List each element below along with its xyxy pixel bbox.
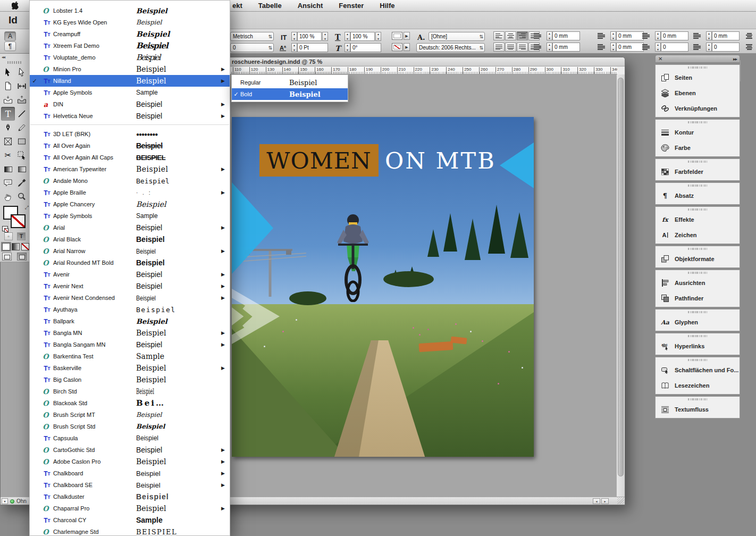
font-menu-item[interactable]: TAll Over Again All CapsBEISPIEL	[30, 152, 230, 163]
align-button-1[interactable]	[505, 31, 516, 40]
horizontal-scale-stepper2[interactable]	[375, 32, 381, 41]
font-menu-item[interactable]: OBirch StdBeispiel	[30, 386, 230, 397]
indent-last-line-stepper[interactable]	[610, 43, 616, 52]
type-tool[interactable]: T	[1, 107, 15, 121]
indent-right-field[interactable]: 0 mm	[616, 31, 644, 40]
dock-panel-align[interactable]: Ausrichten	[656, 275, 740, 290]
numbered-list-icon[interactable]	[744, 44, 752, 51]
dropcap-lines-stepper[interactable]	[655, 43, 661, 52]
dock-panel-character[interactable]: AZeichen	[656, 227, 740, 242]
vertical-scrollbar[interactable]	[616, 74, 625, 498]
character-style-combo[interactable]: [Ohne]	[429, 32, 485, 41]
font-menu-item[interactable]: TBig CaslonBeispiel	[30, 374, 230, 386]
dock-panel-pathfinder[interactable]: Pathfinder	[656, 290, 740, 306]
gradient-feather-tool[interactable]	[15, 162, 29, 176]
dock-panel-object-styles[interactable]: Objektformate	[656, 251, 740, 266]
tracking-combo[interactable]: 0	[230, 43, 274, 52]
font-menu-item[interactable]: TAll Over AgainBeispiel	[30, 140, 230, 152]
dock-panel-stroke[interactable]: Kontur	[656, 124, 740, 140]
fill-swatch-menu[interactable]: ▶	[404, 32, 410, 40]
dock-panel-layers[interactable]: Ebenen	[656, 85, 740, 100]
font-menu-item[interactable]: aDINBeispiel▶	[30, 98, 230, 110]
dock-group-drag-handle[interactable]	[656, 397, 740, 401]
font-menu-item[interactable]: TApple ChanceryBeispiel	[30, 198, 230, 210]
preview-mode-button[interactable]	[17, 253, 27, 261]
page-tool[interactable]	[1, 79, 15, 93]
font-menu-item[interactable]: OBrush Script MTBeispiel	[30, 409, 230, 421]
font-menu-item[interactable]: OChaparral ProBeispiel▶	[30, 502, 230, 514]
dock-panel-paragraph[interactable]: ¶Absatz	[656, 188, 740, 203]
menu-item-ekt[interactable]: ekt	[232, 2, 242, 10]
language-combo[interactable]: Deutsch: 2006 Rechts...	[416, 43, 485, 52]
fill-stroke-proxy[interactable]: ⤢	[3, 206, 28, 230]
scroll-right-button[interactable]: ▸	[601, 498, 609, 504]
dock-panel-buttons[interactable]: Schaltflächen und Fo...	[656, 362, 740, 378]
font-menu-item[interactable]: TCreampuffBeispiel	[30, 28, 230, 40]
indent-first-line-stepper[interactable]	[547, 43, 552, 52]
hand-tool[interactable]	[1, 190, 15, 204]
font-menu-item[interactable]: TApple Braille· . :▶	[30, 187, 230, 198]
dock-panel-bookmarks[interactable]: Lesezeichen	[656, 378, 740, 393]
dock-panel-effects[interactable]: fxEffekte	[656, 212, 740, 227]
dock-close-icon[interactable]: ✕	[658, 56, 662, 62]
indent-first-line-field[interactable]: 0 mm	[552, 43, 580, 52]
rectangle-tool[interactable]	[15, 135, 29, 148]
dock-panel-textwrap[interactable]: Textumfluss	[656, 401, 740, 417]
menu-item-hilfe[interactable]: Hilfe	[380, 2, 394, 10]
preflight-label[interactable]: Ohn	[16, 498, 27, 504]
formatting-affects-text-button[interactable]: T	[17, 232, 26, 240]
fill-swatch[interactable]	[392, 32, 402, 40]
align-button-0[interactable]	[493, 31, 505, 40]
bullet-list-icon[interactable]	[744, 32, 752, 39]
menu-item-tabelle[interactable]: Tabelle	[258, 2, 282, 10]
skew-field[interactable]: 0°	[350, 43, 381, 52]
dock-group-drag-handle[interactable]	[656, 309, 740, 314]
eyedropper-tool[interactable]	[15, 176, 29, 190]
document-page[interactable]: WOMEN ON MTB	[232, 117, 534, 457]
content-placer-tool[interactable]	[15, 93, 29, 107]
dock-group-drag-handle[interactable]	[656, 333, 740, 338]
align-button-4[interactable]	[493, 43, 505, 52]
line-tool[interactable]	[15, 107, 29, 121]
font-menu-item[interactable]: OMinion ProBeispiel▶	[30, 63, 230, 75]
skew-stepper[interactable]	[345, 43, 350, 52]
dropcap-chars-field[interactable]: 0	[712, 43, 740, 52]
stroke-swatch[interactable]	[392, 43, 402, 51]
font-menu-item[interactable]: TBallparkBeispiel	[30, 315, 230, 327]
font-menu-item[interactable]: TBangla MNBeispiel▶	[30, 327, 230, 339]
kerning-combo[interactable]: Metrisch	[230, 32, 274, 41]
indent-last-line-field[interactable]: 0 mm	[616, 43, 644, 52]
dock-panel-links[interactable]: Verknüpfungen	[656, 100, 740, 116]
font-menu-item[interactable]: TApple SymbolsSample	[30, 210, 230, 222]
space-before-stepper[interactable]	[655, 31, 661, 40]
paragraph-formatting-toggle[interactable]: ¶	[4, 41, 16, 51]
font-menu-item[interactable]: TChalkdusterBeispiel	[30, 491, 230, 502]
dock-expand-icon[interactable]: ▸▸	[733, 56, 737, 62]
font-menu-item[interactable]: OAndale MonoBeispiel	[30, 175, 230, 187]
font-menu-item[interactable]: T3D LET (BRK)●●●●●●●●	[30, 128, 230, 140]
dock-panel-color[interactable]: Farbe	[656, 140, 740, 155]
dock-group-drag-handle[interactable]	[656, 183, 740, 188]
menu-items[interactable]: ektTabelleAnsichtFensterHilfe	[232, 2, 394, 10]
character-formatting-toggle[interactable]: A	[4, 31, 16, 41]
apply-none-button[interactable]	[21, 243, 29, 250]
dock-panel-swatches[interactable]: Farbfelder	[656, 164, 740, 179]
font-menu-item[interactable]: OArial BlackBeispiel	[30, 233, 230, 245]
toolbar-collapse-icon[interactable]: ◂◂	[2, 55, 5, 60]
font-menu-item[interactable]: TCharcoal CYSample	[30, 514, 230, 526]
horizontal-scale-field[interactable]: 100 %	[350, 32, 375, 41]
font-menu-item[interactable]: OBlackoak StdBei…	[30, 397, 230, 409]
font-menu-item[interactable]: TKG Eyes Wide OpenBeispiel	[30, 16, 230, 28]
font-menu-item[interactable]: ✓TNillandBeispiel▶	[30, 75, 230, 87]
apple-icon[interactable]	[12, 2, 19, 11]
space-after-field[interactable]: 0 mm	[712, 31, 740, 40]
selection-tool[interactable]	[1, 65, 15, 79]
direct-selection-tool[interactable]	[15, 65, 29, 79]
pencil-tool[interactable]	[15, 121, 29, 135]
font-menu-item[interactable]: TAvenir NextBeispiel▶	[30, 280, 230, 292]
page-nav-combo[interactable]: ▾	[2, 498, 8, 504]
indent-left-stepper[interactable]	[547, 31, 552, 40]
space-before-field[interactable]: 0 mm	[661, 31, 688, 40]
baseline-field[interactable]: 0 Pt	[297, 43, 328, 52]
font-style-item-regular[interactable]: RegularBeispiel	[232, 77, 348, 88]
